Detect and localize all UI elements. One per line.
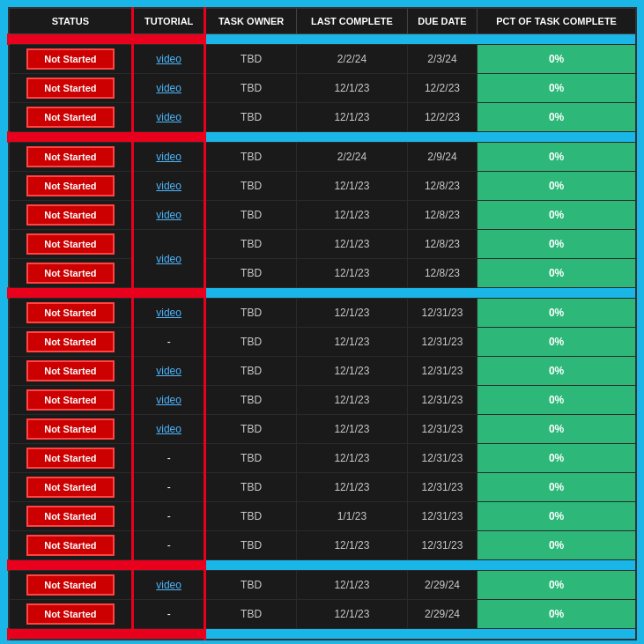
tutorial-cell[interactable]: video [133, 172, 205, 201]
status-badge: Not Started [26, 302, 115, 323]
dash-text: - [167, 539, 171, 551]
pct-cell: 0% [477, 502, 636, 531]
owner-cell: TBD [205, 600, 297, 629]
video-link[interactable]: video [156, 307, 181, 319]
due-cell: 12/31/23 [407, 473, 477, 502]
tutorial-header: TUTORIAL [133, 8, 205, 34]
dash-text: - [167, 452, 171, 464]
last-cell: 12/1/23 [297, 172, 408, 201]
status-badge: Not Started [26, 204, 115, 226]
tutorial-cell[interactable]: video [133, 230, 205, 288]
due-cell: 12/8/23 [407, 172, 477, 201]
tutorial-cell: - [133, 444, 205, 473]
last-cell: 12/1/23 [297, 74, 408, 103]
tutorial-cell[interactable]: video [133, 103, 205, 132]
status-badge: Not Started [26, 263, 115, 284]
status-cell: Not Started [9, 328, 133, 357]
video-link[interactable]: video [156, 365, 181, 377]
status-badge: Not Started [26, 506, 115, 527]
owner-cell: TBD [205, 299, 297, 328]
owner-cell: TBD [205, 357, 297, 386]
status-cell: Not Started [9, 531, 133, 560]
status-cell: Not Started [9, 386, 133, 415]
last-cell: 2/2/24 [297, 143, 408, 172]
tutorial-cell[interactable]: video [133, 386, 205, 415]
video-link[interactable]: video [156, 180, 181, 192]
status-cell: Not Started [9, 201, 133, 230]
last-cell: 12/1/23 [297, 357, 408, 386]
status-cell: Not Started [9, 473, 133, 502]
tutorial-cell[interactable]: video [133, 357, 205, 386]
tutorial-cell[interactable]: video [133, 299, 205, 328]
last-complete-header: LAST COMPLETE [297, 8, 408, 34]
pct-cell: 0% [477, 201, 636, 230]
tutorial-cell[interactable]: video [133, 415, 205, 444]
pct-cell: 0% [477, 444, 636, 473]
status-cell: Not Started [9, 571, 133, 600]
owner-cell: TBD [205, 502, 297, 531]
tutorial-cell: - [133, 473, 205, 502]
owner-cell: TBD [205, 473, 297, 502]
dash-text: - [167, 481, 171, 493]
table-row: Not Started video TBD 12/1/23 12/31/23 0… [9, 299, 637, 328]
video-link[interactable]: video [156, 253, 181, 265]
due-cell: 12/31/23 [407, 531, 477, 560]
video-link[interactable]: video [156, 111, 181, 123]
status-cell: Not Started [9, 259, 133, 288]
status-cell: Not Started [9, 172, 133, 201]
due-cell: 12/31/23 [407, 502, 477, 531]
tutorial-cell[interactable]: video [133, 201, 205, 230]
status-badge: Not Started [26, 477, 115, 498]
video-link[interactable]: video [156, 394, 181, 406]
owner-cell: TBD [205, 571, 297, 600]
table-row: Not Started video TBD 12/1/23 12/8/23 0% [9, 172, 637, 201]
status-badge: Not Started [26, 360, 115, 381]
owner-cell: TBD [205, 328, 297, 357]
status-badge: Not Started [26, 448, 115, 469]
video-link[interactable]: video [156, 82, 181, 94]
due-cell: 12/31/23 [407, 357, 477, 386]
last-cell: 12/1/23 [297, 103, 408, 132]
table-row: Not Started video TBD 12/1/23 12/31/23 0… [9, 415, 637, 444]
tutorial-cell[interactable]: video [133, 571, 205, 600]
status-cell: Not Started [9, 45, 133, 74]
due-cell: 12/31/23 [407, 299, 477, 328]
status-badge: Not Started [26, 233, 115, 255]
last-cell: 12/1/23 [297, 571, 408, 600]
pct-cell: 0% [477, 571, 636, 600]
last-cell: 12/1/23 [297, 415, 408, 444]
table-row: Not Started - TBD 1/1/23 12/31/23 0% [9, 502, 637, 531]
video-link[interactable]: video [156, 53, 181, 65]
video-link[interactable]: video [156, 209, 181, 221]
pct-cell: 0% [477, 230, 636, 259]
due-cell: 2/29/24 [407, 571, 477, 600]
tutorial-cell[interactable]: video [133, 143, 205, 172]
table-row: Not Started video TBD 12/1/23 2/29/24 0% [9, 571, 637, 600]
status-cell: Not Started [9, 502, 133, 531]
dash-text: - [167, 510, 171, 522]
status-badge: Not Started [26, 175, 115, 196]
status-cell: Not Started [9, 103, 133, 132]
table-row: Not Started video TBD 12/1/23 12/2/23 0% [9, 103, 637, 132]
tutorial-cell[interactable]: video [133, 45, 205, 74]
last-cell: 12/1/23 [297, 259, 408, 288]
owner-cell: TBD [205, 201, 297, 230]
pct-cell: 0% [477, 531, 636, 560]
status-cell: Not Started [9, 230, 133, 259]
last-cell: 12/1/23 [297, 328, 408, 357]
owner-cell: TBD [205, 45, 297, 74]
due-cell: 2/29/24 [407, 600, 477, 629]
due-cell: 12/8/23 [407, 230, 477, 259]
last-cell: 12/1/23 [297, 386, 408, 415]
pct-cell: 0% [477, 172, 636, 201]
last-cell: 12/1/23 [297, 201, 408, 230]
tutorial-cell[interactable]: video [133, 74, 205, 103]
pct-cell: 0% [477, 45, 636, 74]
video-link[interactable]: video [156, 423, 181, 435]
video-link[interactable]: video [156, 151, 181, 163]
owner-cell: TBD [205, 74, 297, 103]
video-link[interactable]: video [156, 579, 181, 591]
status-badge: Not Started [26, 389, 115, 411]
pct-cell: 0% [477, 357, 636, 386]
main-container: STATUS TUTORIAL TASK OWNER LAST COMPLETE… [0, 0, 644, 644]
